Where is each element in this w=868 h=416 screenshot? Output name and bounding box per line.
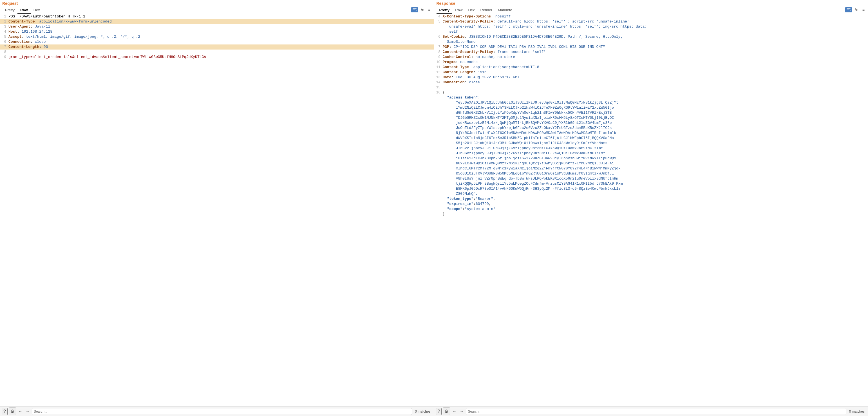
line-row: 'unsafe-eval' https: 'self' ; style-src … <box>434 24 868 29</box>
request-tab-actions: \n ≡ <box>411 7 432 14</box>
line-row: tjiRQQRp5iPFr3BugNQslIYv5wLMoegZOuFCdmfm… <box>434 181 868 186</box>
request-newline-btn[interactable]: \n <box>420 7 426 13</box>
response-search-input[interactable] <box>466 408 846 415</box>
request-content: 1 POST /SAAS/auth/oauthtoken HTTP/1.1 2 … <box>0 14 434 407</box>
response-wrap-btn[interactable] <box>845 7 852 12</box>
line-row: TDJGbGRHZ2x0WlNJNkMTY2MTg0Mjc1NywiaXNzIj… <box>434 116 868 121</box>
request-tabs-row: Pretty Raw Hex \n ≡ <box>2 7 432 14</box>
line-row: 4 X-Content-Type-Options: nosniff <box>434 14 868 19</box>
line-row: 15 <box>434 85 868 90</box>
line-row: 13 Date: Tue, 30 Aug 2022 06:59:17 GMT <box>434 75 868 80</box>
line-row: ZS09MahQ", <box>434 191 868 196</box>
response-tabs-row: Pretty Raw Hex Render MarkInfo \n <box>437 7 866 14</box>
request-match-count: 0 matches <box>413 410 432 413</box>
request-nav-back[interactable]: ← <box>17 409 23 414</box>
request-bottom-bar: ? ⚙ ← → 0 matches <box>0 407 434 416</box>
line-row: V8h0IUsY_jnz_VZr0pnBWEg_do-TbBwTWHsDLPQP… <box>434 176 868 181</box>
line-row: i0lsiKiJdLCJhY3Rpb25zIjpbIjoiXSwiY29uZGl… <box>434 156 868 161</box>
svg-rect-3 <box>847 8 850 9</box>
request-header: Request Pretty Raw Hex \n ≡ <box>0 0 434 14</box>
line-row: 10 Pragma: no-cache <box>434 60 868 65</box>
svg-rect-0 <box>413 8 416 9</box>
response-match-count: 0 matches <box>847 410 866 413</box>
line-row: "eyJ0eXAiOiJKV1QiLCJhbGciOiJSUzI1NiJ9.ey… <box>434 100 868 105</box>
line-row: 4 Host: 192.168.24.128 <box>0 29 434 34</box>
svg-rect-2 <box>413 11 415 11</box>
response-content: 4 X-Content-Type-Options: nosniff 5 Cont… <box>434 14 868 407</box>
tab-request-pretty[interactable]: Pretty <box>2 7 18 14</box>
request-nav-forward[interactable]: → <box>25 409 31 414</box>
main-panels: Request Pretty Raw Hex \n ≡ <box>0 0 868 416</box>
response-panel: Response Pretty Raw Hex Render MarkInfo <box>434 0 868 416</box>
response-nav-forward[interactable]: → <box>459 409 465 414</box>
response-help-btn[interactable]: ? <box>436 408 442 415</box>
line-row: "access_token": <box>434 95 868 100</box>
line-row: JlbGVzIjpbeyJJJjI0MCJjYjZGVzIjpbeyJhY3Mi… <box>434 146 868 151</box>
line-row: NjYxRCJozLFwidHlwXCI6XCIwMDAwMDAtMDAwMC0… <box>434 131 868 136</box>
tab-request-raw[interactable]: Raw <box>18 7 31 14</box>
request-menu-btn[interactable]: ≡ <box>427 7 431 13</box>
svg-rect-4 <box>847 9 849 10</box>
line-row: 1 POST /SAAS/auth/oauthtoken HTTP/1.1 <box>0 14 434 19</box>
line-row: 7 Content-Length: 90 <box>0 44 434 50</box>
line-row: E8MK6pJ05DcR73eOIA14vAhN6OKwW5QjRn-3H3yQ… <box>434 186 868 191</box>
response-nav-back[interactable]: ← <box>451 409 457 414</box>
line-row: 16 { <box>434 90 868 95</box>
line-row: } <box>434 212 868 217</box>
request-title: Request <box>2 1 432 6</box>
request-help-btn[interactable]: ? <box>2 408 8 415</box>
line-row: lYmU2NzQiLCJwcm4iOiJhY3MiLCJkb21haW4iOiJ… <box>434 105 868 110</box>
line-row: 6 Connection: close <box>0 39 434 44</box>
line-row: S5jb20iLCJjaWQiOiJhY3MiLCJkaWQiOiI0aWxIj… <box>434 141 868 146</box>
line-row: 8 Content-Security-Policy: frame-ancesto… <box>434 50 868 55</box>
response-bottom-bar: ? ⚙ ← → 0 matches <box>434 407 868 416</box>
tab-response-raw[interactable]: Raw <box>452 7 465 14</box>
response-tab-actions: \n ≡ <box>845 7 866 14</box>
line-row: dWV9XSIsInNjcCI6InN5c3RlbSBhZG1pbiIsImlk… <box>434 136 868 141</box>
tab-request-hex[interactable]: Hex <box>31 7 43 14</box>
line-row: "expires_in":604799, <box>434 201 868 206</box>
request-search-input[interactable] <box>32 408 412 415</box>
tab-response-render[interactable]: Render <box>477 7 495 14</box>
line-row: 7 P3P: CP="IDC DSP COR ADM DEVi TAIi PSA… <box>434 44 868 50</box>
tab-response-markinfo[interactable]: MarkInfo <box>495 7 515 14</box>
line-row: jodHRwczovLzE5Mi4xNjQuMjQuMTI4LjRNBQVMvY… <box>434 121 868 126</box>
request-settings-btn[interactable]: ⚙ <box>9 408 16 415</box>
svg-rect-5 <box>847 11 849 11</box>
line-row: dGhfdGd0X3ZhbHVlIjoiYzFOeXdpYVhOeklqb2lh… <box>434 110 868 116</box>
line-row: 'self' <box>434 29 868 34</box>
line-row: 9 grant_type=client_credentials&client_i… <box>0 55 434 60</box>
request-wrap-btn[interactable] <box>411 7 418 12</box>
line-row: "token_type":"Bearer", <box>434 196 868 201</box>
line-row: 8 <box>0 50 434 55</box>
response-settings-btn[interactable]: ⚙ <box>443 408 450 415</box>
line-row: R5cGUiOiJTRVJWSUNFSW50MC5NEgQIpYnGZRjUG1… <box>434 171 868 176</box>
response-title: Response <box>437 1 866 6</box>
line-row: 5 Accept: text/html, image/gif, image/jp… <box>0 34 434 39</box>
line-row: 5 Content-Security-Policy: default-src b… <box>434 19 868 24</box>
line-row: 3 User-Agent: Java/11 <box>0 24 434 29</box>
response-menu-btn[interactable]: ≡ <box>861 7 866 13</box>
line-row: "scope":"system admin" <box>434 206 868 212</box>
tab-response-hex[interactable]: Hex <box>465 7 477 14</box>
line-row: 12 Content-Length: 1515 <box>434 70 868 75</box>
line-row: 9 Cache-Control: no-cache, no-store <box>434 55 868 60</box>
line-row: mlhdCI6MTY2MTY2MTg0Mjc1NywiaXNzIjoiMzg2Z… <box>434 166 868 171</box>
line-row: SameSite=None <box>434 39 868 44</box>
line-row: 6 Set-Cookie: JSESSIONID=F4DECD28B2E25E5… <box>434 34 868 39</box>
line-row: JuOnZtd2FyZTpuYWlsczphYzpjbGFzc2c0Vzc2Zz… <box>434 126 868 131</box>
tab-response-pretty[interactable]: Pretty <box>437 7 453 14</box>
line-row: bGx9LCJwaWQiOiIyMWQ0MzYxNS1kZjg3LTQzZjYt… <box>434 161 868 166</box>
line-row: 14 Connection: close <box>434 80 868 85</box>
request-panel: Request Pretty Raw Hex \n ≡ <box>0 0 434 416</box>
line-row: Jlb0GVzIjpbeyJJJjI0MCJjYjZGVzIjpbeyJhY3M… <box>434 151 868 156</box>
line-row: 11 Content-Type: application/json;charse… <box>434 65 868 70</box>
response-newline-btn[interactable]: \n <box>854 7 860 13</box>
line-row: 2 Content-Type: application/x-www-form-u… <box>0 19 434 24</box>
svg-rect-1 <box>413 9 415 10</box>
response-header: Response Pretty Raw Hex Render MarkInfo <box>434 0 868 14</box>
